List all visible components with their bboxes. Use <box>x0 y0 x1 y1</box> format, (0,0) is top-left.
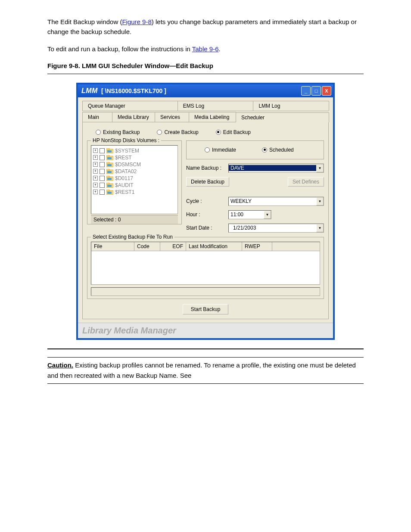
footer-brand: Library Media Manager <box>78 323 333 338</box>
svg-rect-4 <box>106 155 109 157</box>
hour-combo[interactable]: 11:00 ▼ <box>228 210 271 219</box>
checkbox[interactable] <box>100 176 105 181</box>
tree-item-label: $DSMSCM <box>115 162 141 168</box>
name-backup-combo[interactable]: DAVE ▼ <box>228 164 324 173</box>
text: The Edit Backup window ( <box>47 18 122 25</box>
table-link[interactable]: Table 9-6 <box>192 45 219 53</box>
name-backup-value: DAVE <box>229 165 316 171</box>
selected-count: Selected : 0 <box>91 215 178 224</box>
tree-item[interactable]: +$D0117 <box>93 175 176 182</box>
cycle-label: Cycle : <box>186 198 225 204</box>
status-strip <box>91 287 320 296</box>
radio-icon <box>96 130 101 135</box>
svg-rect-19 <box>106 190 109 191</box>
radio-edit-backup[interactable]: Edit Backup <box>216 129 251 135</box>
radio-immediate[interactable]: Immediate <box>205 147 236 153</box>
col-eof[interactable]: EOF <box>160 242 186 251</box>
expand-icon[interactable]: + <box>93 183 98 187</box>
tab-lmm-log[interactable]: LMM Log <box>253 101 329 111</box>
app-subtitle: [ \NS16000.$STKL700 ] <box>101 87 166 94</box>
expand-icon[interactable]: + <box>93 155 98 160</box>
radio-scheduled[interactable]: Scheduled <box>262 147 294 153</box>
radio-existing-backup[interactable]: Existing Backup <box>96 129 140 135</box>
name-backup-row: Name Backup : DAVE ▼ <box>186 164 324 173</box>
col-file[interactable]: File <box>91 242 134 251</box>
col-rwep[interactable]: RWEP <box>242 242 272 251</box>
tab-queue-manager[interactable]: Queue Manager <box>82 101 178 111</box>
hour-label: Hour : <box>186 212 225 218</box>
tree-item[interactable]: +$DATA02 <box>93 168 176 175</box>
figure-link[interactable]: Figure 9-8 <box>122 18 151 25</box>
svg-rect-16 <box>106 183 109 184</box>
tab-ems-log[interactable]: EMS Log <box>177 101 254 111</box>
tree-item[interactable]: +$DSMSCM <box>93 161 176 168</box>
maximize-button[interactable]: □ <box>311 86 321 96</box>
tab-scheduler[interactable]: Scheduler <box>236 112 329 122</box>
tab-content: Existing Backup Create Backup Edit Backu… <box>82 122 329 319</box>
expand-icon[interactable]: + <box>93 176 98 180</box>
radio-label: Existing Backup <box>103 129 140 135</box>
expand-icon[interactable]: + <box>93 148 98 153</box>
name-backup-label: Name Backup : <box>186 165 225 171</box>
expand-icon[interactable]: + <box>93 169 98 174</box>
start-date-value: 1/21/2003 <box>229 225 316 231</box>
cycle-row: Cycle : WEEKLY ▼ <box>186 197 324 206</box>
existing-file-list[interactable]: File Code EOF Last Modification RWEP <box>91 242 320 285</box>
checkbox[interactable] <box>100 148 105 153</box>
delete-backup-button[interactable]: Delete Backup <box>186 177 229 187</box>
figure-caption: Figure 9-8. LMM GUI Scheduler Window—Edi… <box>47 62 364 69</box>
dropdown-icon[interactable]: ▼ <box>264 211 271 219</box>
dropdown-icon[interactable]: ▼ <box>316 197 324 205</box>
schedule-groupbox: Immediate Scheduled <box>186 140 324 159</box>
radio-create-backup[interactable]: Create Backup <box>157 129 198 135</box>
start-backup-button[interactable]: Start Backup <box>183 304 229 314</box>
checkbox[interactable] <box>100 183 105 188</box>
dropdown-icon[interactable]: ▼ <box>316 224 324 232</box>
checkbox[interactable] <box>100 155 105 160</box>
dropdown-icon[interactable]: ▼ <box>316 164 324 172</box>
close-button[interactable]: X <box>322 86 331 96</box>
start-date-label: Start Date : <box>186 225 225 231</box>
tree-item[interactable]: +$SYSTEM <box>93 147 176 154</box>
disks-groupbox: HP NonStop Disks Volumes : +$SYSTEM+$RES… <box>87 140 182 224</box>
tree-item[interactable]: +$REST <box>93 154 176 161</box>
svg-rect-11 <box>107 171 112 173</box>
paragraph-2: To edit and run a backup, follow the ins… <box>47 44 364 54</box>
tree-item[interactable]: +$AUDIT <box>93 182 176 189</box>
app-title: LMM <box>81 87 98 95</box>
radio-label: Create Backup <box>164 129 198 135</box>
text: To edit and run a backup, follow the ins… <box>47 45 192 53</box>
radio-icon <box>205 147 210 152</box>
tree-item-label: $SYSTEM <box>115 148 139 154</box>
col-last-mod[interactable]: Last Modification <box>186 242 242 251</box>
col-code[interactable]: Code <box>134 242 160 251</box>
disk-icon <box>106 162 113 167</box>
disk-icon <box>106 190 113 195</box>
radio-icon <box>216 130 221 135</box>
tab-media-labeling[interactable]: Media Labeling <box>189 112 236 122</box>
checkbox[interactable] <box>100 162 105 167</box>
tab-main[interactable]: Main <box>82 112 112 122</box>
titlebar[interactable]: LMM [ \NS16000.$STKL700 ] _ □ X <box>78 84 333 97</box>
disk-icon <box>106 155 113 160</box>
radio-icon <box>157 130 162 135</box>
checkbox[interactable] <box>100 190 105 195</box>
cycle-combo[interactable]: WEEKLY ▼ <box>228 197 324 206</box>
checkbox[interactable] <box>100 169 105 174</box>
cycle-value: WEEKLY <box>229 198 316 204</box>
expand-icon[interactable]: + <box>93 190 98 194</box>
list-header: File Code EOF Last Modification RWEP <box>91 242 320 251</box>
tab-services[interactable]: Services <box>155 112 189 122</box>
existing-file-groupbox: Select Existing Backup File To Run File … <box>87 237 324 299</box>
minimize-button[interactable]: _ <box>301 86 311 96</box>
rule <box>47 74 364 74</box>
tab-media-library[interactable]: Media Library <box>112 112 155 122</box>
radio-icon <box>262 147 267 152</box>
svg-rect-7 <box>106 162 109 164</box>
expand-icon[interactable]: + <box>93 162 98 167</box>
start-date-row: Start Date : 1/21/2003 ▼ <box>186 224 324 233</box>
start-date-combo[interactable]: 1/21/2003 ▼ <box>228 224 324 233</box>
disk-tree[interactable]: +$SYSTEM+$REST+$DSMSCM+$DATA02+$D0117+$A… <box>91 145 178 214</box>
disk-icon <box>106 176 113 181</box>
tree-item[interactable]: +$REST1 <box>93 189 176 196</box>
